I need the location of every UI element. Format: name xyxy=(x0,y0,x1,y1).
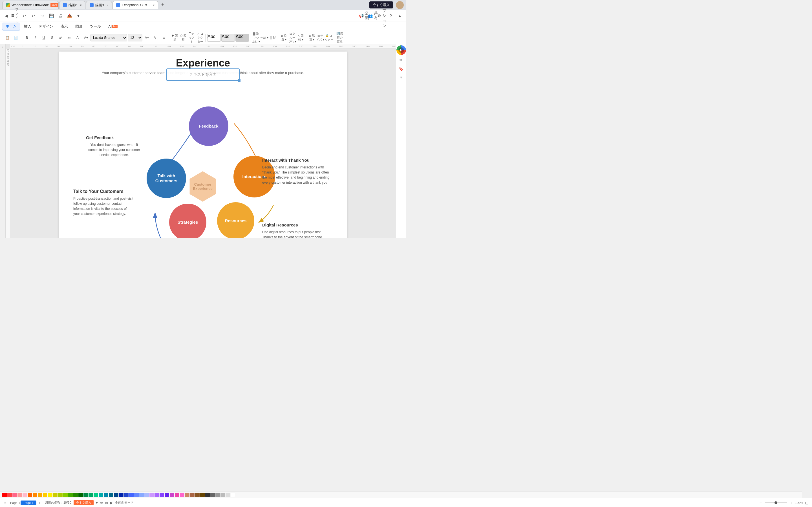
ai-button[interactable]: AI xyxy=(396,45,406,55)
collapse-left-button[interactable]: › xyxy=(2,45,3,49)
align-button[interactable]: ≡ xyxy=(160,34,168,42)
diagram-title: Experience xyxy=(59,52,347,71)
rotate-button[interactable]: ↻ 回転 ▾ xyxy=(297,34,305,42)
canvas-scroll[interactable]: Experience Your company's customer servi… xyxy=(10,49,396,238)
new-tab-button[interactable]: + xyxy=(159,1,167,9)
annotation-get-feedback-title: Get Feedback xyxy=(86,135,142,141)
superscript-button[interactable]: x² xyxy=(57,34,64,42)
options-button[interactable]: ⚙ オプション xyxy=(378,12,386,20)
annotation-interact-body: Begin and end customer interactions with… xyxy=(262,165,333,185)
collapse-nav-button[interactable]: ▲ xyxy=(396,12,404,20)
strikethrough-button[interactable]: S xyxy=(48,34,56,42)
fill-button[interactable]: ▓ 塗りつぶし ▾ xyxy=(252,34,260,42)
menu-ai[interactable]: AI hot xyxy=(105,23,121,30)
menu-tools[interactable]: ツール xyxy=(87,23,104,30)
style-swatch-3[interactable]: Abc xyxy=(236,34,249,42)
canvas-paper: Experience Your company's customer servi… xyxy=(59,52,347,238)
menu-shapes[interactable]: 図形 xyxy=(72,23,86,30)
position-button[interactable]: ⊞ 位置 ▾ xyxy=(280,34,288,42)
text-input-box[interactable]: テキストを入力 xyxy=(166,68,240,81)
menu-view[interactable]: 表示 xyxy=(57,23,71,30)
tab-app[interactable]: Wondershare EdrawMax 無料 xyxy=(2,1,59,9)
connector-tool-button[interactable]: ↗ コネクター xyxy=(196,34,204,42)
style-swatch-2[interactable]: Abc xyxy=(221,34,235,42)
tab-3-close[interactable]: × xyxy=(153,4,154,7)
tab-2-close[interactable]: × xyxy=(107,4,108,7)
circle-feedback[interactable]: Feedback xyxy=(189,107,229,146)
canvas-area[interactable]: -100 1020 3040 5060 7080 90100 110120 13… xyxy=(6,44,396,238)
lock-button[interactable]: 🔒 ロック ▾ xyxy=(325,34,333,42)
shadow-button[interactable]: ▒ 影 xyxy=(269,34,277,42)
annotation-get-feedback-body: You don't have to guess when it comes to… xyxy=(86,142,142,158)
tab-2[interactable]: 描画9 × xyxy=(86,1,112,9)
circle-talk-customers[interactable]: Talk withCustomers xyxy=(147,159,186,198)
tab-1[interactable]: 描画8 × xyxy=(59,1,86,9)
bold-button[interactable]: B xyxy=(23,34,31,42)
redo-button[interactable]: ↪ xyxy=(38,12,46,20)
font-group: B I U S x² x₂ A A▾ Lucida Grande 12 A+ A… xyxy=(22,34,169,42)
menu-insert[interactable]: 挿入 xyxy=(20,23,35,30)
font-increase-button[interactable]: A+ xyxy=(143,34,151,42)
menu-home[interactable]: ホーム xyxy=(2,22,20,31)
position-group: ⊞ 位置 ▾ ⊡ グループ化 ▾ ↻ 回転 ▾ xyxy=(279,34,306,42)
text-input-placeholder: テキストを入力 xyxy=(189,72,217,77)
style-swatch-1[interactable]: Abc xyxy=(207,34,221,42)
circle-strategies-label: Strategies xyxy=(177,220,198,225)
save-button[interactable]: 💾 xyxy=(47,12,55,20)
circle-talk-label: Talk withCustomers xyxy=(155,173,177,183)
back-button[interactable]: ◀ xyxy=(2,12,10,20)
ai-hot-badge: hot xyxy=(112,25,117,28)
annotation-digital-resources: Digital Resources Use digital resources … xyxy=(262,222,333,238)
workspace: › -100 1020 3040 5060 7080 90100 110120 … xyxy=(0,44,406,238)
subscript-button[interactable]: x₂ xyxy=(65,34,73,42)
clipboard-btn[interactable]: 📋 xyxy=(3,34,11,42)
circle-strategies[interactable]: Strategies xyxy=(169,204,206,238)
publish-button[interactable]: 📢 公開 xyxy=(360,12,368,20)
shape-replace-button[interactable]: 🔄 図形の置換 xyxy=(336,34,344,42)
right-help-button[interactable]: ? xyxy=(397,74,405,82)
center-hex-label: CustomerExperience xyxy=(193,182,212,191)
italic-button[interactable]: I xyxy=(31,34,39,42)
highlight-button[interactable]: A▾ xyxy=(82,34,90,42)
share-file-button[interactable]: 📤 xyxy=(65,12,73,20)
annotation-talk-body: Proactive post-transaction and post-visi… xyxy=(73,196,134,216)
replace-group: 🔄 図形の置換 xyxy=(335,34,345,42)
tab-3[interactable]: Exceptional Cust... × xyxy=(112,1,158,9)
annotation-get-feedback: Get Feedback You don't have to guess whe… xyxy=(86,135,142,158)
right-pen-button[interactable]: ✏ xyxy=(397,56,405,64)
shape-tool-button[interactable]: ⬡ 図形 xyxy=(179,34,187,42)
size-button[interactable]: ⊞ サイズ ▾ xyxy=(316,34,324,42)
select-tool-button[interactable]: ▶ 選択 xyxy=(171,34,179,42)
line-button[interactable]: ─ 線 ▾ xyxy=(260,34,268,42)
circle-resources[interactable]: Resources xyxy=(217,202,254,238)
menu-design[interactable]: デザイン xyxy=(35,23,57,30)
font-family-select[interactable]: Lucida Grande xyxy=(91,34,127,41)
align-tool-button[interactable]: ⊞ 配置 ▾ xyxy=(308,34,316,42)
purchase-button[interactable]: 今すぐ購入 xyxy=(369,1,393,8)
more-button[interactable]: ▼ xyxy=(74,12,82,20)
text-tool-button[interactable]: T テキスト xyxy=(188,34,196,42)
tab-1-close[interactable]: × xyxy=(80,4,82,7)
tab-1-label: 描画8 xyxy=(68,3,77,8)
fontcolor-button[interactable]: A xyxy=(73,34,82,42)
group-button[interactable]: ⊡ グループ化 ▾ xyxy=(289,34,296,42)
style-group: Abc Abc Abc xyxy=(206,34,250,42)
tab-app-label: Wondershare EdrawMax xyxy=(11,3,49,7)
underline-button[interactable]: U xyxy=(40,34,48,42)
tab-2-label: 描画9 xyxy=(95,3,104,8)
center-hex[interactable]: CustomerExperience xyxy=(188,171,218,202)
font-decrease-button[interactable]: A- xyxy=(151,34,159,42)
menu-button[interactable]: ☰ ファイル xyxy=(11,12,19,20)
publish-icon: 📢 xyxy=(359,13,364,18)
undo2-button[interactable]: ↩ xyxy=(29,12,37,20)
undo-button[interactable]: ↩ xyxy=(20,12,28,20)
share-button[interactable]: 👥 共有 xyxy=(369,12,377,20)
print-button[interactable]: 🖨 xyxy=(56,12,64,20)
annotation-talk-title: Talk to Your Customers xyxy=(73,188,134,195)
right-bookmark-button[interactable]: 🔖 xyxy=(397,65,405,73)
font-size-select[interactable]: 12 xyxy=(128,34,142,41)
text-input-handle xyxy=(238,79,241,82)
paste-btn[interactable]: 📄 xyxy=(12,34,20,42)
help-button[interactable]: ? xyxy=(387,12,395,20)
clipboard-group: 📋 📄 xyxy=(2,34,21,42)
